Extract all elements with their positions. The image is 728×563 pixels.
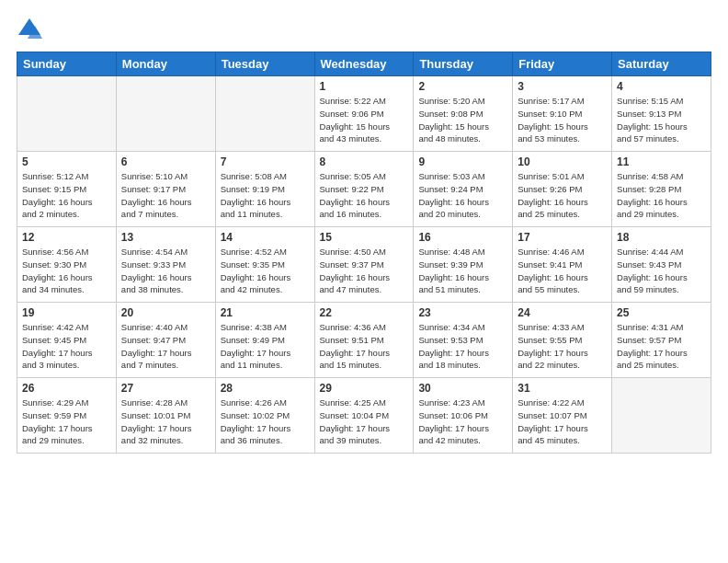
week-row-4: 19Sunrise: 4:42 AM Sunset: 9:45 PM Dayli… <box>17 303 711 378</box>
day-info: Sunrise: 4:54 AM Sunset: 9:33 PM Dayligh… <box>121 246 210 296</box>
day-number: 26 <box>22 382 111 395</box>
week-row-1: 1Sunrise: 5:22 AM Sunset: 9:06 PM Daylig… <box>17 76 711 152</box>
day-info: Sunrise: 4:23 AM Sunset: 10:06 PM Daylig… <box>418 396 507 447</box>
header <box>17 17 711 42</box>
day-number: 9 <box>418 155 507 168</box>
day-cell: 22Sunrise: 4:36 AM Sunset: 9:51 PM Dayli… <box>314 303 414 378</box>
day-cell: 29Sunrise: 4:25 AM Sunset: 10:04 PM Dayl… <box>314 378 414 454</box>
day-cell: 10Sunrise: 5:01 AM Sunset: 9:26 PM Dayli… <box>513 152 612 227</box>
day-info: Sunrise: 4:40 AM Sunset: 9:47 PM Dayligh… <box>121 321 210 372</box>
col-header-wednesday: Wednesday <box>314 52 414 76</box>
day-info: Sunrise: 4:28 AM Sunset: 10:01 PM Daylig… <box>121 396 210 447</box>
day-number: 11 <box>617 155 706 168</box>
day-number: 12 <box>22 231 111 244</box>
day-cell: 30Sunrise: 4:23 AM Sunset: 10:06 PM Dayl… <box>414 378 513 454</box>
header-row: SundayMondayTuesdayWednesdayThursdayFrid… <box>17 52 711 76</box>
day-number: 14 <box>221 231 310 244</box>
logo-icon <box>17 17 42 42</box>
day-info: Sunrise: 4:22 AM Sunset: 10:07 PM Daylig… <box>518 396 607 447</box>
col-header-friday: Friday <box>513 52 612 76</box>
day-number: 31 <box>518 382 607 395</box>
day-cell: 14Sunrise: 4:52 AM Sunset: 9:35 PM Dayli… <box>215 227 314 303</box>
day-info: Sunrise: 4:29 AM Sunset: 9:59 PM Dayligh… <box>22 396 111 447</box>
day-cell <box>17 76 117 152</box>
day-info: Sunrise: 4:44 AM Sunset: 9:43 PM Dayligh… <box>617 246 706 296</box>
day-number: 1 <box>320 80 409 93</box>
day-number: 19 <box>22 306 111 319</box>
col-header-saturday: Saturday <box>612 52 711 76</box>
day-number: 16 <box>418 231 507 244</box>
day-info: Sunrise: 5:17 AM Sunset: 9:10 PM Dayligh… <box>518 95 607 145</box>
day-info: Sunrise: 5:05 AM Sunset: 9:22 PM Dayligh… <box>320 170 409 221</box>
day-cell: 26Sunrise: 4:29 AM Sunset: 9:59 PM Dayli… <box>17 378 117 454</box>
day-number: 3 <box>518 80 607 93</box>
week-row-2: 5Sunrise: 5:12 AM Sunset: 9:15 PM Daylig… <box>17 152 711 227</box>
day-number: 27 <box>121 382 210 395</box>
day-info: Sunrise: 4:26 AM Sunset: 10:02 PM Daylig… <box>221 396 310 447</box>
day-info: Sunrise: 4:25 AM Sunset: 10:04 PM Daylig… <box>320 396 409 447</box>
day-number: 23 <box>418 306 507 319</box>
day-number: 21 <box>221 306 310 319</box>
day-cell <box>116 76 215 152</box>
day-cell: 27Sunrise: 4:28 AM Sunset: 10:01 PM Dayl… <box>116 378 215 454</box>
day-info: Sunrise: 5:03 AM Sunset: 9:24 PM Dayligh… <box>418 170 507 221</box>
day-number: 4 <box>617 80 706 93</box>
day-number: 7 <box>221 155 310 168</box>
week-row-3: 12Sunrise: 4:56 AM Sunset: 9:30 PM Dayli… <box>17 227 711 303</box>
logo <box>17 17 46 42</box>
day-number: 15 <box>320 231 409 244</box>
day-cell: 24Sunrise: 4:33 AM Sunset: 9:55 PM Dayli… <box>513 303 612 378</box>
day-info: Sunrise: 5:22 AM Sunset: 9:06 PM Dayligh… <box>320 95 409 145</box>
calendar: SundayMondayTuesdayWednesdayThursdayFrid… <box>17 52 711 454</box>
day-info: Sunrise: 4:42 AM Sunset: 9:45 PM Dayligh… <box>22 321 111 372</box>
day-info: Sunrise: 4:58 AM Sunset: 9:28 PM Dayligh… <box>617 170 706 221</box>
day-cell: 18Sunrise: 4:44 AM Sunset: 9:43 PM Dayli… <box>612 227 711 303</box>
day-cell: 31Sunrise: 4:22 AM Sunset: 10:07 PM Dayl… <box>513 378 612 454</box>
day-info: Sunrise: 5:08 AM Sunset: 9:19 PM Dayligh… <box>221 170 310 221</box>
day-cell: 19Sunrise: 4:42 AM Sunset: 9:45 PM Dayli… <box>17 303 117 378</box>
col-header-thursday: Thursday <box>414 52 513 76</box>
day-info: Sunrise: 5:15 AM Sunset: 9:13 PM Dayligh… <box>617 95 706 145</box>
day-cell: 2Sunrise: 5:20 AM Sunset: 9:08 PM Daylig… <box>414 76 513 152</box>
day-info: Sunrise: 4:36 AM Sunset: 9:51 PM Dayligh… <box>320 321 409 372</box>
day-info: Sunrise: 4:48 AM Sunset: 9:39 PM Dayligh… <box>418 246 507 296</box>
day-number: 20 <box>121 306 210 319</box>
day-info: Sunrise: 4:52 AM Sunset: 9:35 PM Dayligh… <box>221 246 310 296</box>
day-info: Sunrise: 5:01 AM Sunset: 9:26 PM Dayligh… <box>518 170 607 221</box>
day-cell: 6Sunrise: 5:10 AM Sunset: 9:17 PM Daylig… <box>116 152 215 227</box>
day-info: Sunrise: 4:46 AM Sunset: 9:41 PM Dayligh… <box>518 246 607 296</box>
day-cell: 9Sunrise: 5:03 AM Sunset: 9:24 PM Daylig… <box>414 152 513 227</box>
day-cell: 21Sunrise: 4:38 AM Sunset: 9:49 PM Dayli… <box>215 303 314 378</box>
day-cell: 5Sunrise: 5:12 AM Sunset: 9:15 PM Daylig… <box>17 152 117 227</box>
day-cell: 25Sunrise: 4:31 AM Sunset: 9:57 PM Dayli… <box>612 303 711 378</box>
day-number: 6 <box>121 155 210 168</box>
day-info: Sunrise: 4:56 AM Sunset: 9:30 PM Dayligh… <box>22 246 111 296</box>
day-cell: 20Sunrise: 4:40 AM Sunset: 9:47 PM Dayli… <box>116 303 215 378</box>
day-cell: 16Sunrise: 4:48 AM Sunset: 9:39 PM Dayli… <box>414 227 513 303</box>
day-cell: 13Sunrise: 4:54 AM Sunset: 9:33 PM Dayli… <box>116 227 215 303</box>
day-info: Sunrise: 4:31 AM Sunset: 9:57 PM Dayligh… <box>617 321 706 372</box>
day-cell: 11Sunrise: 4:58 AM Sunset: 9:28 PM Dayli… <box>612 152 711 227</box>
day-cell: 23Sunrise: 4:34 AM Sunset: 9:53 PM Dayli… <box>414 303 513 378</box>
day-cell <box>612 378 711 454</box>
col-header-tuesday: Tuesday <box>215 52 314 76</box>
day-number: 5 <box>22 155 111 168</box>
day-cell: 4Sunrise: 5:15 AM Sunset: 9:13 PM Daylig… <box>612 76 711 152</box>
day-cell: 15Sunrise: 4:50 AM Sunset: 9:37 PM Dayli… <box>314 227 414 303</box>
day-info: Sunrise: 5:10 AM Sunset: 9:17 PM Dayligh… <box>121 170 210 221</box>
day-info: Sunrise: 4:38 AM Sunset: 9:49 PM Dayligh… <box>221 321 310 372</box>
day-info: Sunrise: 4:33 AM Sunset: 9:55 PM Dayligh… <box>518 321 607 372</box>
day-info: Sunrise: 4:34 AM Sunset: 9:53 PM Dayligh… <box>418 321 507 372</box>
day-number: 17 <box>518 231 607 244</box>
day-cell: 12Sunrise: 4:56 AM Sunset: 9:30 PM Dayli… <box>17 227 117 303</box>
week-row-5: 26Sunrise: 4:29 AM Sunset: 9:59 PM Dayli… <box>17 378 711 454</box>
day-number: 30 <box>418 382 507 395</box>
day-number: 10 <box>518 155 607 168</box>
day-number: 28 <box>221 382 310 395</box>
day-number: 29 <box>320 382 409 395</box>
day-number: 13 <box>121 231 210 244</box>
day-cell: 7Sunrise: 5:08 AM Sunset: 9:19 PM Daylig… <box>215 152 314 227</box>
day-number: 22 <box>320 306 409 319</box>
day-info: Sunrise: 4:50 AM Sunset: 9:37 PM Dayligh… <box>320 246 409 296</box>
day-number: 24 <box>518 306 607 319</box>
